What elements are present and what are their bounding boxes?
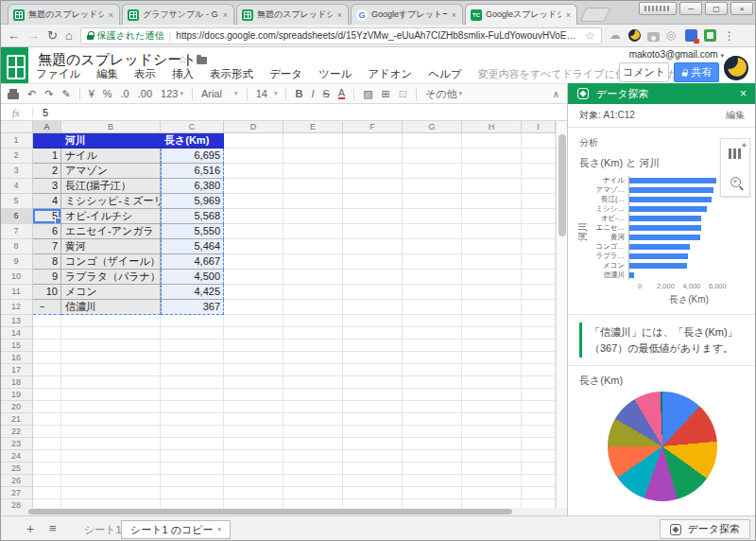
cell-B23[interactable]: [61, 438, 161, 450]
row-header-21[interactable]: 21: [0, 413, 33, 426]
cell-B15[interactable]: [61, 340, 161, 352]
tab-close-icon[interactable]: ×: [222, 10, 229, 20]
window-minimize-button[interactable]: ─: [679, 2, 702, 15]
horizontal-scrollbar[interactable]: [0, 508, 567, 515]
cell-E17[interactable]: [284, 364, 343, 376]
row-header-20[interactable]: 20: [0, 401, 33, 413]
cell-G16[interactable]: [403, 352, 462, 364]
merge-cells-button[interactable]: ⊡: [399, 88, 407, 100]
cell-A9[interactable]: 8: [33, 254, 61, 270]
italic-button[interactable]: I: [311, 88, 314, 99]
row-header-3[interactable]: 3: [0, 164, 33, 179]
cell-F3[interactable]: [343, 164, 403, 179]
cell-H22[interactable]: [462, 426, 522, 438]
cell-A7[interactable]: 6: [33, 224, 61, 239]
cell-H6[interactable]: [462, 209, 522, 224]
row-header-4[interactable]: 4: [0, 179, 33, 194]
cell-G1[interactable]: [403, 133, 462, 148]
cell-B25[interactable]: [61, 462, 161, 475]
green-extension-icon[interactable]: [704, 29, 716, 42]
cell-G15[interactable]: [403, 340, 462, 352]
cell-G6[interactable]: [403, 209, 462, 224]
cell-A28[interactable]: [33, 499, 61, 508]
row-header-8[interactable]: 8: [0, 239, 33, 254]
cell-B26[interactable]: [61, 475, 161, 487]
cell-D10[interactable]: [224, 270, 284, 285]
menu-表示形式[interactable]: 表示形式: [210, 67, 253, 81]
row-header-14[interactable]: 14: [0, 327, 33, 340]
cell-B19[interactable]: [61, 389, 161, 401]
cell-B24[interactable]: [61, 450, 161, 462]
cell-I22[interactable]: [522, 426, 556, 438]
cell-F13[interactable]: [343, 315, 403, 327]
font-select[interactable]: Arial ▾: [201, 88, 238, 99]
cell-D27[interactable]: [224, 487, 284, 499]
cell-E27[interactable]: [284, 487, 343, 499]
cell-I13[interactable]: [522, 315, 556, 327]
cell-I11[interactable]: [522, 285, 556, 300]
cell-H4[interactable]: [462, 179, 522, 194]
cell-F18[interactable]: [343, 376, 403, 389]
cell-H2[interactable]: [462, 148, 522, 164]
tab-close-icon[interactable]: ×: [108, 10, 114, 20]
cell-H19[interactable]: [462, 389, 522, 401]
cell-B3[interactable]: アマゾン: [61, 164, 161, 179]
cell-F14[interactable]: [343, 327, 403, 340]
cell-B14[interactable]: [61, 327, 161, 340]
cell-C13[interactable]: [161, 315, 224, 327]
cell-D25[interactable]: [224, 462, 284, 475]
cell-E22[interactable]: [284, 426, 343, 438]
cell-C22[interactable]: [161, 426, 224, 438]
cell-G11[interactable]: [403, 285, 462, 300]
cell-G9[interactable]: [403, 254, 462, 270]
cell-E3[interactable]: [284, 164, 343, 179]
formula-input[interactable]: 5: [33, 107, 48, 118]
tab-close-icon[interactable]: ×: [565, 10, 572, 20]
cell-H17[interactable]: [462, 364, 522, 376]
tab-close-icon[interactable]: ×: [336, 10, 343, 20]
cell-B28[interactable]: [61, 499, 161, 508]
currency-format-button[interactable]: ¥: [89, 88, 94, 99]
cell-F24[interactable]: [343, 450, 403, 462]
url-field[interactable]: 保護された通信 | https://docs.google.com/spread…: [80, 27, 602, 44]
cell-C20[interactable]: [161, 401, 224, 413]
fill-color-button[interactable]: ▨: [363, 88, 372, 100]
cell-C24[interactable]: [161, 450, 224, 462]
cell-B9[interactable]: コンゴ（ザイール）: [61, 254, 161, 270]
cell-E15[interactable]: [284, 340, 343, 352]
cell-H3[interactable]: [462, 164, 522, 179]
cell-A16[interactable]: [33, 352, 61, 364]
cell-I19[interactable]: [522, 389, 556, 401]
cell-G26[interactable]: [403, 475, 462, 487]
cell-E26[interactable]: [284, 475, 343, 487]
column-header-I[interactable]: I: [522, 121, 556, 133]
cell-A6[interactable]: 5: [33, 209, 61, 224]
cell-H8[interactable]: [462, 239, 522, 254]
more-button[interactable]: その他▾: [425, 87, 462, 101]
cell-A26[interactable]: [33, 475, 61, 487]
row-header-10[interactable]: 10: [0, 270, 33, 285]
cell-I14[interactable]: [522, 327, 556, 340]
browser-menu-icon[interactable]: ⋮: [724, 29, 735, 43]
row-header-6[interactable]: 6: [0, 209, 33, 224]
cell-B17[interactable]: [61, 364, 161, 376]
vertical-scrollbar[interactable]: [556, 121, 567, 508]
cell-F9[interactable]: [343, 254, 403, 270]
window-extra-button[interactable]: [639, 2, 677, 15]
row-header-12[interactable]: 12: [0, 300, 33, 315]
home-icon[interactable]: ⌂: [65, 28, 73, 43]
edit-range-link[interactable]: 編集: [726, 109, 745, 122]
column-header-E[interactable]: E: [284, 121, 343, 133]
cell-A5[interactable]: 4: [33, 194, 61, 209]
cell-C9[interactable]: 4,667: [161, 254, 224, 270]
sheets-logo[interactable]: [0, 47, 28, 83]
row-header-23[interactable]: 23: [0, 438, 33, 450]
browser-tab[interactable]: TCGoogleスプレッドシートが白×: [465, 4, 577, 25]
cell-E9[interactable]: [284, 254, 343, 270]
back-icon[interactable]: ←: [8, 28, 20, 43]
cell-A20[interactable]: [33, 401, 61, 413]
cell-G17[interactable]: [403, 364, 462, 376]
cell-D9[interactable]: [224, 254, 284, 270]
cell-F19[interactable]: [343, 389, 403, 401]
cell-C6[interactable]: 5,568: [161, 209, 224, 224]
